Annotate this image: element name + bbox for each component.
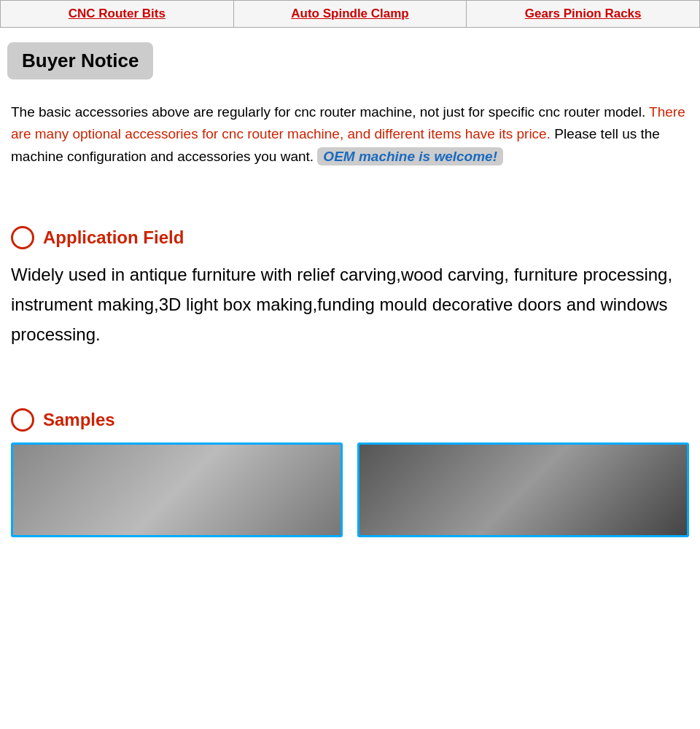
sample-image-2-placeholder <box>359 445 687 535</box>
sample-image-2 <box>357 443 689 537</box>
samples-header: Samples <box>11 408 689 432</box>
buyer-notice-title: Buyer Notice <box>22 50 139 71</box>
application-field-body: Widely used in antique furniture with re… <box>11 260 689 349</box>
tab-cnc-router-bits[interactable]: CNC Router Bits <box>1 1 234 27</box>
sample-image-1 <box>11 443 343 537</box>
top-tabs: CNC Router Bits Auto Spindle Clamp Gears… <box>0 0 700 28</box>
application-field-title: Application Field <box>43 227 184 248</box>
notice-text-start: The basic accessories above are regularl… <box>11 104 645 120</box>
sample-image-1-placeholder <box>13 445 341 535</box>
oem-highlight: OEM machine is welcome! <box>317 147 503 165</box>
notice-paragraph: The basic accessories above are regularl… <box>11 101 689 168</box>
samples-section: Samples <box>0 408 700 537</box>
samples-icon <box>11 408 34 432</box>
application-field-icon <box>11 226 34 249</box>
tab-gears-pinion-racks[interactable]: Gears Pinion Racks <box>467 1 699 27</box>
samples-title: Samples <box>43 410 115 430</box>
tab-auto-spindle-clamp[interactable]: Auto Spindle Clamp <box>234 1 467 27</box>
buyer-notice-box: Buyer Notice <box>7 42 153 79</box>
application-field-header: Application Field <box>11 226 689 249</box>
sample-images-row <box>11 443 689 537</box>
